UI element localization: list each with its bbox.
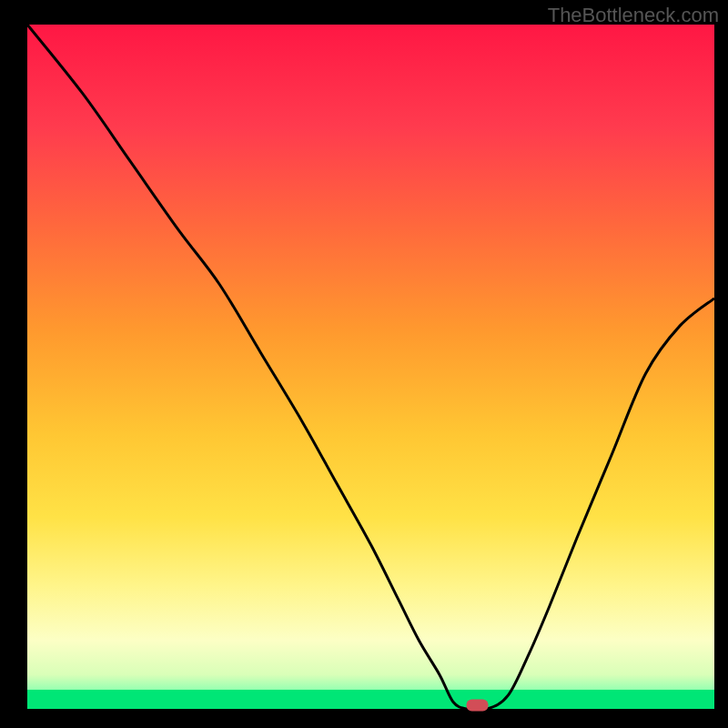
green-band: [27, 690, 714, 709]
chart-svg: [0, 0, 728, 728]
plot-background: [27, 25, 714, 709]
watermark-text: TheBottleneck.com: [548, 4, 719, 27]
bottleneck-chart: TheBottleneck.com: [0, 0, 728, 728]
optimal-marker: [467, 700, 489, 712]
